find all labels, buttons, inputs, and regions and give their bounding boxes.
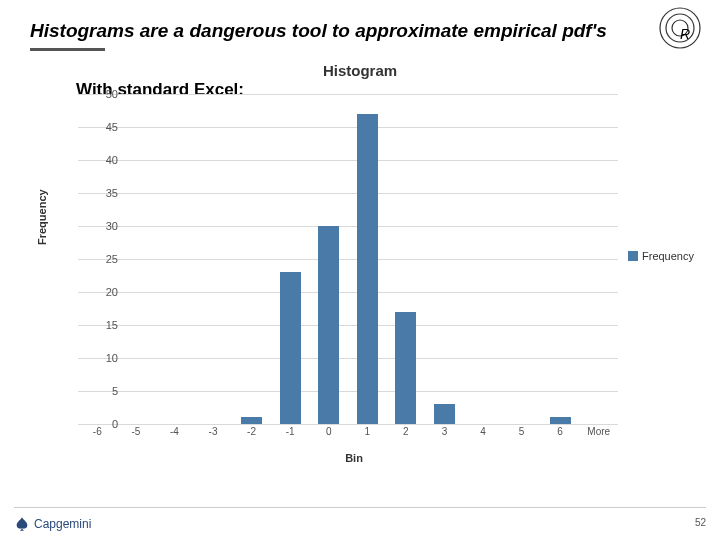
bar: [434, 404, 455, 424]
x-tick-label: 2: [403, 426, 409, 437]
x-tick-label: 6: [557, 426, 563, 437]
bar: [550, 417, 571, 424]
bar: [280, 272, 301, 424]
x-tick-label: -1: [286, 426, 295, 437]
grid-line: [78, 391, 618, 392]
x-tick-label: 4: [480, 426, 486, 437]
x-tick-label: -4: [170, 426, 179, 437]
y-tick-label: 40: [90, 154, 118, 166]
spade-icon: [14, 516, 30, 532]
footer-brand-text: Capgemini: [34, 517, 91, 531]
histogram-chart: Frequency Bin Frequency 0510152025303540…: [44, 90, 664, 470]
x-tick-label: 0: [326, 426, 332, 437]
legend-swatch: [628, 251, 638, 261]
title-underline: [30, 48, 105, 51]
footer-divider: [14, 507, 706, 508]
x-tick-label: 1: [365, 426, 371, 437]
chart-title: Histogram: [0, 62, 720, 79]
x-tick-label: More: [587, 426, 610, 437]
x-tick-label: -2: [247, 426, 256, 437]
grid-line: [78, 193, 618, 194]
page-number: 52: [695, 517, 706, 528]
page-title: Histograms are a dangerous tool to appro…: [30, 20, 700, 42]
y-tick-label: 15: [90, 319, 118, 331]
grid-line: [78, 259, 618, 260]
bar: [318, 226, 339, 424]
legend-label: Frequency: [642, 250, 694, 262]
y-tick-label: 45: [90, 121, 118, 133]
x-tick-label: 5: [519, 426, 525, 437]
bar: [357, 114, 378, 424]
y-tick-label: 30: [90, 220, 118, 232]
y-axis-label: Frequency: [36, 189, 48, 245]
x-tick-label: 3: [442, 426, 448, 437]
y-tick-label: 35: [90, 187, 118, 199]
x-tick-label: -6: [93, 426, 102, 437]
y-tick-label: 50: [90, 88, 118, 100]
y-tick-label: 20: [90, 286, 118, 298]
plot-area: [78, 94, 618, 424]
grid-line: [78, 94, 618, 95]
y-tick-label: 25: [90, 253, 118, 265]
logo-letter: R: [680, 26, 690, 42]
x-axis-label: Bin: [44, 452, 664, 464]
footer-brand: Capgemini: [14, 516, 91, 532]
x-tick-label: -3: [209, 426, 218, 437]
legend: Frequency: [628, 250, 694, 262]
grid-line: [78, 325, 618, 326]
grid-line: [78, 160, 618, 161]
grid-line: [78, 127, 618, 128]
grid-line: [78, 424, 618, 425]
y-tick-label: 5: [90, 385, 118, 397]
grid-line: [78, 226, 618, 227]
y-tick-label: 10: [90, 352, 118, 364]
grid-line: [78, 358, 618, 359]
grid-line: [78, 292, 618, 293]
bar: [395, 312, 416, 424]
x-tick-label: -5: [131, 426, 140, 437]
bar: [241, 417, 262, 424]
